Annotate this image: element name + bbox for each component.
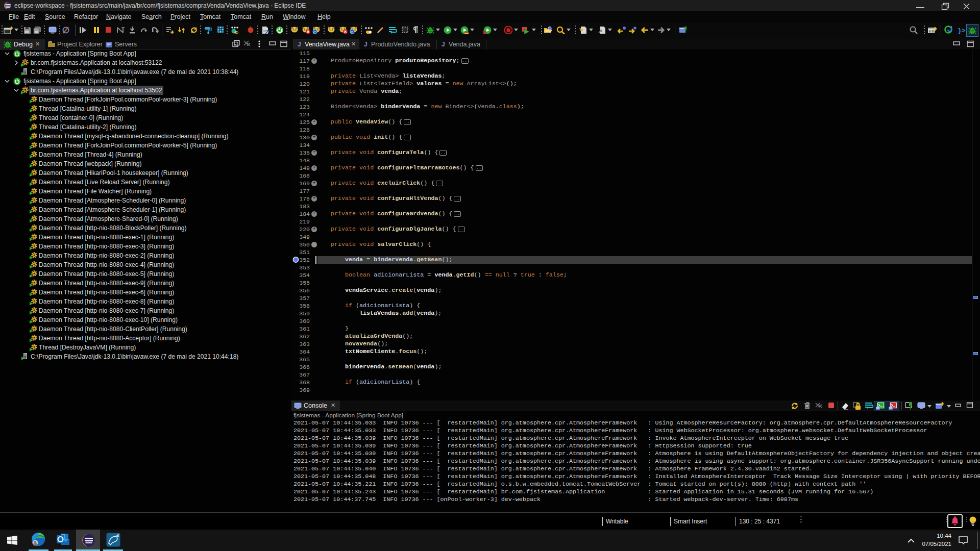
svg-text:}>: }> — [958, 27, 966, 34]
svg-text:J: J — [364, 41, 368, 48]
svg-text:J: J — [442, 41, 445, 48]
svg-text:J: J — [298, 41, 301, 48]
